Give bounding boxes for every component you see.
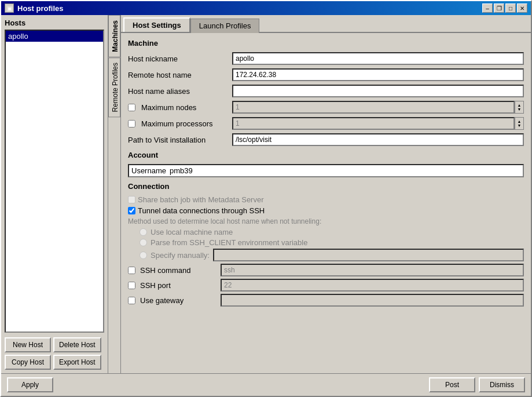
remote-host-row: Remote host name [128,68,524,81]
tab-launch-profiles[interactable]: Launch Profiles [190,19,260,33]
window-title: Host profiles [17,4,63,13]
radio-specify-row: Specify manually: [140,249,524,261]
title-bar-buttons: – ❐ □ ✕ [482,3,527,13]
max-nodes-label: Maximum nodes [141,103,196,112]
username-row: Username pmb39 [128,164,524,177]
footer-left: Apply [7,377,53,392]
use-gateway-input[interactable] [221,294,524,307]
tunnel-ssh-row: Tunnel data connections through SSH [128,206,524,215]
remote-host-label: Remote host name [128,71,232,79]
hosts-label: Hosts [5,19,104,27]
delete-host-button[interactable]: Delete Host [53,337,101,352]
use-gateway-row: Use gateway [128,294,524,307]
right-panel: Machines Remote Profiles Host Settings L… [108,15,531,373]
title-bar-left: ▣ Host profiles [5,3,63,13]
export-host-button[interactable]: Export Host [53,355,101,370]
radio-group: Use local machine name Parse from SSH_CL… [140,228,524,261]
ssh-command-label: SSH command [140,266,190,275]
ssh-port-checkbox[interactable] [128,282,135,289]
machine-section-title: Machine [128,39,524,48]
top-btn-row: New Host Delete Host [5,337,104,352]
path-row: Path to Visit installation [128,133,524,146]
host-aliases-input[interactable] [232,85,524,97]
left-panel: Hosts apollo New Host Delete Host Copy H… [1,15,108,373]
radio-specify-input[interactable] [140,252,147,259]
restore-button[interactable]: ❐ [494,3,504,13]
minimize-button[interactable]: – [482,3,493,13]
radio-use-local: Use local machine name [140,228,524,236]
path-input[interactable] [232,133,524,146]
radio-parse-ssh: Parse from SSH_CLIENT environment variab… [140,238,524,247]
dismiss-button[interactable]: Dismiss [479,377,525,392]
connection-section-title: Connection [128,182,524,191]
host-nickname-row: Host nickname [128,52,524,65]
host-aliases-label: Host name aliases [128,87,232,96]
title-bar: ▣ Host profiles – ❐ □ ✕ [1,1,531,15]
max-processors-checkbox[interactable] [128,120,135,128]
ssh-command-input[interactable] [221,264,524,276]
host-nickname-input[interactable] [232,52,524,65]
radio-parse-ssh-label: Parse from SSH_CLIENT environment variab… [151,238,307,247]
window-footer: Apply Post Dismiss [1,373,531,396]
tunnel-ssh-checkbox[interactable] [128,207,135,214]
host-aliases-row: Host name aliases [128,85,524,97]
vtab-machines[interactable]: Machines [108,15,120,57]
ssh-command-checkbox[interactable] [128,267,135,274]
max-nodes-spinner: ▲ ▼ [232,101,524,114]
host-nickname-label: Host nickname [128,54,232,63]
apply-button[interactable]: Apply [7,377,53,392]
main-window: ▣ Host profiles – ❐ □ ✕ Hosts apollo New… [0,0,532,397]
ssh-port-input[interactable] [221,279,524,292]
bottom-btn-row: Copy Host Export Host [5,355,104,370]
username-value: pmb39 [170,166,193,175]
vtab-remote-profiles[interactable]: Remote Profiles [108,57,120,117]
max-nodes-checkbox[interactable] [128,104,135,111]
method-label: Method used to determine local host name… [128,217,524,225]
connection-section: Connection Share batch job with Metadata… [128,182,524,307]
share-batch-checkbox[interactable] [128,196,135,203]
max-processors-spinner: ▲ ▼ [232,117,524,130]
use-gateway-label: Use gateway [140,296,184,305]
tunnel-ssh-label: Tunnel data connections through SSH [138,206,265,215]
radio-use-local-label: Use local machine name [151,228,233,236]
share-batch-row: Share batch job with Metadata Server [128,195,524,204]
max-processors-input[interactable] [232,117,515,130]
max-nodes-spinners[interactable]: ▲ ▼ [515,101,524,114]
max-nodes-input[interactable] [232,101,515,114]
max-processors-label: Maximum processors [141,119,213,128]
specify-manually-input[interactable] [213,249,524,261]
radio-use-local-input[interactable] [140,228,147,236]
radio-parse-ssh-input[interactable] [140,239,147,246]
username-label: Username [131,166,166,175]
main-content: Host Settings Launch Profiles Machine Ho… [121,15,531,373]
ssh-port-label: SSH port [140,281,171,290]
max-processors-spinners[interactable]: ▲ ▼ [515,117,524,130]
account-section-title: Account [128,151,524,159]
tabs-header: Host Settings Launch Profiles [121,15,531,33]
remote-host-input[interactable] [232,68,524,81]
content-area: Machine Host nickname Remote host name H… [121,33,531,373]
vertical-tabs: Machines Remote Profiles [108,15,121,373]
use-gateway-checkbox[interactable] [128,297,135,304]
hosts-list[interactable]: apollo [5,30,104,333]
tab-host-settings[interactable]: Host Settings [123,17,190,32]
radio-specify-label: Specify manually: [151,251,210,260]
close-button[interactable]: ✕ [517,3,527,13]
app-icon: ▣ [5,3,14,13]
copy-host-button[interactable]: Copy Host [5,355,51,370]
maximize-button[interactable]: □ [505,3,516,13]
post-button[interactable]: Post [429,377,475,392]
share-batch-label: Share batch job with Metadata Server [138,195,264,204]
path-label: Path to Visit installation [128,136,232,144]
new-host-button[interactable]: New Host [5,337,51,352]
account-section: Account Username pmb39 [128,151,524,177]
footer-right: Post Dismiss [429,377,525,392]
ssh-port-row: SSH port [128,279,524,292]
max-nodes-row: Maximum nodes ▲ ▼ [128,101,524,114]
max-processors-row: Maximum processors ▲ ▼ [128,117,524,130]
window-content: Hosts apollo New Host Delete Host Copy H… [1,15,531,373]
left-buttons: New Host Delete Host Copy Host Export Ho… [5,337,104,370]
host-item-apollo[interactable]: apollo [6,31,103,42]
ssh-command-row: SSH command [128,264,524,276]
